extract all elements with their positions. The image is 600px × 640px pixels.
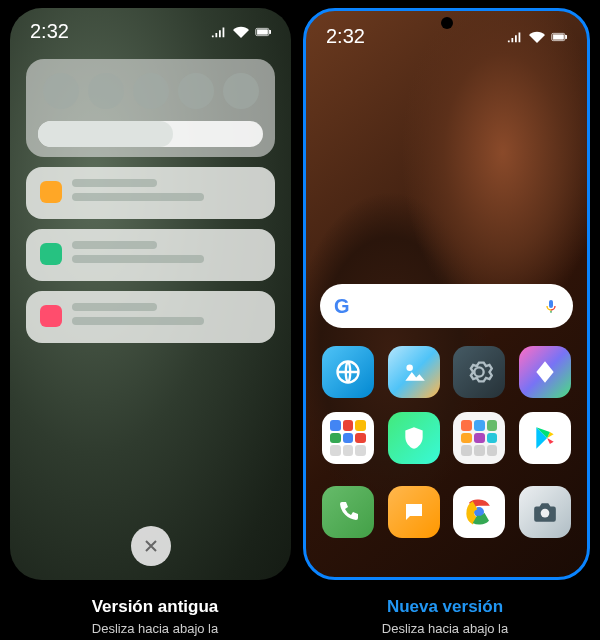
caption-old: Versión antigua Desliza hacia abajo la [10, 597, 300, 636]
app-themes[interactable] [519, 346, 571, 398]
qs-toggle[interactable] [88, 73, 124, 109]
app-play-store[interactable] [519, 412, 571, 464]
svg-rect-1 [257, 29, 267, 33]
battery-icon [255, 26, 271, 38]
status-icons [507, 31, 567, 43]
notification-content [72, 303, 261, 331]
folder-icon [457, 416, 501, 460]
wifi-icon [529, 31, 545, 43]
app-gallery[interactable] [388, 346, 440, 398]
globe-icon [334, 358, 362, 386]
phone-old-version: 2:32 [10, 8, 291, 580]
google-search-bar[interactable]: G [320, 284, 573, 328]
chrome-icon [464, 497, 494, 527]
caption-title-old: Versión antigua [10, 597, 300, 617]
app-camera[interactable] [519, 486, 571, 538]
signal-icon [211, 26, 227, 38]
mic-icon[interactable] [543, 298, 559, 314]
quick-settings-panel [26, 59, 275, 157]
punch-hole-camera [441, 17, 453, 29]
svg-rect-5 [566, 35, 567, 38]
app-grid [320, 346, 573, 464]
caption-sub-new: Desliza hacia abajo la [300, 621, 590, 636]
notification-card[interactable] [26, 291, 275, 343]
phone-icon [40, 243, 62, 265]
svg-rect-4 [553, 34, 563, 38]
caption-new: Nueva versión Desliza hacia abajo la [300, 597, 590, 636]
app-dialer[interactable] [322, 486, 374, 538]
notification-card[interactable] [26, 229, 275, 281]
message-icon [402, 500, 426, 524]
phone-icon [336, 500, 360, 524]
brightness-slider[interactable] [38, 121, 263, 147]
notification-content [72, 179, 261, 207]
play-store-icon [532, 425, 558, 451]
caption-title-new: Nueva versión [300, 597, 590, 617]
close-icon [143, 538, 159, 554]
app-settings[interactable] [453, 346, 505, 398]
qs-toggle[interactable] [223, 73, 259, 109]
phone-new-version: 2:32 G [303, 8, 590, 580]
message-icon [40, 181, 62, 203]
qs-toggle[interactable] [133, 73, 169, 109]
google-logo-icon: G [334, 295, 350, 318]
battery-icon [551, 31, 567, 43]
svg-point-10 [541, 509, 550, 518]
home-screen[interactable]: G [306, 54, 587, 556]
gear-icon [465, 358, 493, 386]
app-tools-folder[interactable] [453, 412, 505, 464]
close-shade-button[interactable] [131, 526, 171, 566]
app-browser[interactable] [322, 346, 374, 398]
status-bar-old: 2:32 [10, 8, 291, 49]
qs-toggle[interactable] [43, 73, 79, 109]
music-icon [40, 305, 62, 327]
svg-rect-2 [270, 30, 271, 33]
app-chrome[interactable] [453, 486, 505, 538]
notification-card[interactable] [26, 167, 275, 219]
status-time: 2:32 [30, 20, 69, 43]
folder-icon [326, 416, 370, 460]
svg-point-7 [406, 364, 413, 371]
status-time: 2:32 [326, 25, 365, 48]
caption-sub-old: Desliza hacia abajo la [10, 621, 300, 636]
quick-settings-row [38, 73, 263, 109]
notification-shade[interactable] [10, 49, 291, 363]
shield-icon [401, 425, 427, 451]
app-security[interactable] [388, 412, 440, 464]
notification-content [72, 241, 261, 269]
signal-icon [507, 31, 523, 43]
status-icons [211, 26, 271, 38]
wifi-icon [233, 26, 249, 38]
captions-row: Versión antigua Desliza hacia abajo la N… [0, 597, 600, 636]
app-messages[interactable] [388, 486, 440, 538]
qs-toggle[interactable] [178, 73, 214, 109]
dock [320, 478, 573, 556]
wallpaper-space [320, 54, 573, 284]
app-google-folder[interactable] [322, 412, 374, 464]
photo-icon [401, 359, 427, 385]
camera-icon [532, 499, 558, 525]
comparison-row: 2:32 [0, 0, 600, 580]
palette-icon [532, 359, 558, 385]
